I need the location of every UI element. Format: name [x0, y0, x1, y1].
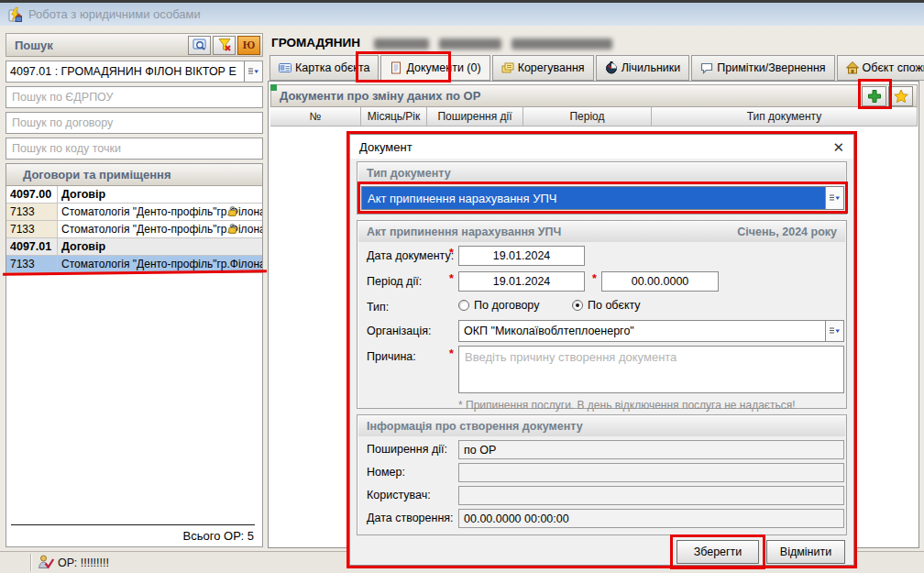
- period-to-input[interactable]: 00.00.0000: [601, 271, 719, 292]
- document-icon: [390, 61, 402, 74]
- radio-by-object[interactable]: По обєкту: [572, 299, 641, 312]
- redacted-name-block: [439, 39, 501, 50]
- list-item[interactable]: 7133 Стоматологія "Денто-профіль"гр.Філо…: [6, 221, 262, 238]
- user-value: [458, 486, 844, 505]
- search-point-code-input[interactable]: [6, 138, 263, 160]
- contract-number: 7133: [6, 204, 58, 220]
- tab-label: Примітки/Звернення: [717, 61, 825, 74]
- reason-textarea[interactable]: [458, 346, 844, 393]
- radio-circle: [458, 300, 469, 311]
- total-separator-line: [11, 524, 255, 525]
- radio-label: По договору: [474, 299, 539, 312]
- search-preview-button[interactable]: [188, 36, 211, 55]
- lock-icon: [226, 223, 238, 235]
- documents-table-header: № Місяць/Рік Поширення дії Період Тип до…: [270, 107, 918, 127]
- save-button[interactable]: Зберегти: [676, 540, 759, 564]
- organization-dropdown-button[interactable]: [825, 321, 843, 341]
- tab-bar: Картка обєкта Документи (0) Корегування: [270, 55, 924, 81]
- period-from-input[interactable]: 19.01.2024: [458, 271, 585, 292]
- column-header[interactable]: Місяць/Рік: [361, 107, 427, 127]
- redacted-name-block: [374, 39, 429, 50]
- cancel-button[interactable]: Відмінити: [766, 540, 845, 564]
- tab-documents[interactable]: Документи (0): [380, 55, 490, 81]
- creation-date-label: Дата створення:: [367, 512, 454, 524]
- client-combobox[interactable]: 4097.01 : ГРОМАДЯНИН ФІЛОН ВІКТОР Е: [6, 61, 263, 83]
- tab-label: Лічильники: [622, 61, 681, 74]
- client-combobox-dropdown-button[interactable]: [244, 61, 262, 82]
- act-period-caption: Січень, 2024 року: [737, 226, 837, 238]
- contracts-panel: Договори та приміщення 4097.00 Договір 7…: [6, 163, 263, 547]
- star-icon: [894, 89, 908, 104]
- window-title: Робота з юридичними особами: [28, 7, 201, 21]
- app-home-bolt-icon: [7, 7, 22, 22]
- contract-name: Стоматологія "Денто-профіль"гр.Філона В: [58, 204, 262, 220]
- date-label: Дата документу:: [367, 249, 454, 262]
- status-bar-divider: [30, 554, 31, 571]
- close-icon[interactable]: ✕: [832, 140, 844, 154]
- list-item-selected[interactable]: 7133 Стоматологія "Денто-профіль"гр.Філо…: [6, 256, 262, 273]
- client-type-label: ГРОМАДЯНИН: [271, 36, 360, 50]
- list-item[interactable]: 7133 Стоматологія "Денто-профіль"гр.Філо…: [6, 204, 262, 221]
- list-item[interactable]: 4097.01 Договір: [6, 238, 262, 256]
- tab-object-card[interactable]: Картка обєкта: [270, 55, 379, 81]
- radio-circle-checked: [572, 300, 583, 311]
- documents-panel-header: Документи про зміну даних по ОР: [270, 84, 918, 107]
- dialog-titlebar: Документ ✕: [350, 135, 853, 159]
- document-type-combobox[interactable]: Акт припинення нарахування УПЧ: [361, 186, 844, 210]
- creation-info-group: Інформація про створення документу Пошир…: [357, 414, 847, 535]
- legal-entity-button[interactable]: Ю: [237, 36, 260, 55]
- redacted-name-block: [512, 39, 612, 50]
- tab-label: Корегування: [518, 61, 585, 74]
- radio-label: По обєкту: [588, 299, 641, 312]
- client-combobox-value: 4097.01 : ГРОМАДЯНИН ФІЛОН ВІКТОР Е: [6, 65, 244, 78]
- contract-number: 7133: [6, 256, 58, 272]
- total-op-count: Всього ОР: 5: [183, 529, 254, 543]
- documents-panel-title: Документи про зміну даних по ОР: [280, 89, 480, 103]
- status-message: ОР: !!!!!!!!!: [58, 556, 109, 569]
- person-check-icon: [38, 555, 55, 570]
- search-edrpou-input[interactable]: [6, 86, 263, 108]
- tab-label: Обєкт споживання: [863, 61, 924, 74]
- organization-combobox[interactable]: ОКП "Миколаївоблтеплоенерго": [458, 320, 844, 342]
- column-header[interactable]: №: [270, 107, 361, 127]
- act-group-header: Акт припинення нарахування УПЧ Січень, 2…: [358, 222, 845, 242]
- creation-date-value: 00.00.0000 00:00:00: [458, 509, 844, 528]
- contract-number: 4097.00: [6, 186, 58, 203]
- period-label: Період дії:: [367, 275, 422, 288]
- contract-name: Стоматологія "Денто-профіль"гр.Філона В: [58, 256, 262, 272]
- tab-consumption-object[interactable]: Обєкт споживання: [837, 55, 924, 81]
- document-date-input[interactable]: 19.01.2024: [458, 246, 585, 266]
- add-document-button[interactable]: [862, 86, 886, 106]
- search-panel-header: Пошук Ю: [6, 33, 263, 57]
- clear-filter-button[interactable]: [213, 36, 236, 55]
- window-titlebar: Робота з юридичними особами: [0, 0, 924, 26]
- list-item[interactable]: 4097.00 Договір: [6, 186, 262, 204]
- plus-icon: [867, 89, 882, 104]
- favorites-button[interactable]: [888, 86, 913, 106]
- user-label: Користувач:: [367, 489, 431, 501]
- contract-number: 7133: [6, 221, 58, 237]
- search-contract-input[interactable]: [6, 112, 263, 134]
- act-group: Акт припинення нарахування УПЧ Січень, 2…: [357, 220, 847, 409]
- document-type-group-header: Тип документу: [358, 163, 845, 183]
- distribution-value: по ОР: [458, 440, 844, 459]
- tab-meters[interactable]: Лічильники: [596, 55, 690, 81]
- dropdown-list-icon: [248, 66, 259, 77]
- column-header[interactable]: Поширення дії: [427, 107, 523, 127]
- creation-info-group-header: Інформація про створення документу: [358, 416, 845, 436]
- column-header[interactable]: Тип документу: [652, 107, 918, 127]
- tab-notes-appeals[interactable]: Примітки/Звернення: [691, 55, 834, 81]
- required-asterisk: *: [449, 272, 454, 285]
- document-type-dropdown-button[interactable]: [825, 187, 843, 209]
- panel-grip-marker: [270, 84, 277, 91]
- house-icon: [846, 61, 859, 74]
- contract-name: Договір: [58, 186, 262, 203]
- column-header[interactable]: Період: [523, 107, 652, 127]
- required-asterisk: *: [449, 347, 454, 360]
- organization-label: Організація:: [367, 325, 431, 337]
- tab-corrections[interactable]: Корегування: [492, 55, 594, 81]
- tab-label: Документи (0): [406, 61, 480, 74]
- act-note: * Припинення послуги. В день відключення…: [458, 399, 796, 412]
- radio-by-contract[interactable]: По договору: [458, 299, 539, 312]
- type-label: Тип:: [367, 301, 389, 314]
